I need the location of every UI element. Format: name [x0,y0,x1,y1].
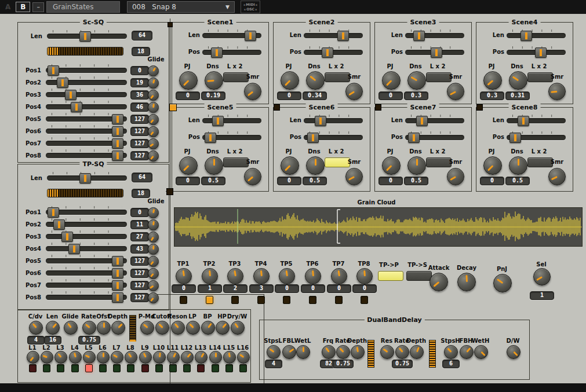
scene5-pos-slider-handle[interactable] [205,133,216,143]
tp-sq-pos8-glide-knob[interactable] [148,292,159,303]
dry-w-knob[interactable] [231,321,245,335]
sc-sq-pos3-slider-handle[interactable] [65,90,77,100]
tp4-knob[interactable] [253,268,270,284]
grain-cloud-waveform[interactable] [174,207,583,247]
l3-knob[interactable] [54,351,67,364]
cutoff-knob[interactable] [155,321,169,335]
scene2-pj-knob[interactable] [281,71,299,90]
decay-knob[interactable] [457,273,476,291]
scene7-pj-knob[interactable] [382,156,401,175]
tp-sq-stripe-value[interactable]: 18 [132,189,150,198]
tp-sq-pos3-glide-knob[interactable] [148,232,159,243]
tp-sq-pos5-value[interactable]: 127 [130,257,149,266]
scene7-pos-slider-handle[interactable] [408,133,420,143]
scene8-pj-knob[interactable] [483,156,502,175]
tp-sq-pos8-slider-handle[interactable] [112,292,123,303]
sc-sq-pos4-slider[interactable] [46,102,127,111]
tp5-value[interactable]: 0 [275,284,299,293]
delay-1-frq-knob[interactable] [322,345,336,359]
scene1-smr-knob[interactable] [244,83,261,100]
scene6-dns-knob[interactable] [306,156,325,175]
scene7-len-slider-handle[interactable] [416,116,428,126]
delay-1-value[interactable]: 0.75 [333,360,354,368]
scene8-pos-slider-handle[interactable] [509,133,521,143]
scene4-dns-knob[interactable] [509,71,527,90]
sc-sq-pos5-glide-knob[interactable] [148,114,159,125]
scene3-len-slider-handle[interactable] [413,31,425,41]
scene5-pj-value[interactable]: 0 [176,177,200,185]
delay-4-d-w-knob[interactable] [507,345,521,359]
scene4-pj-knob[interactable] [483,71,502,90]
scene1-dns-knob[interactable] [205,71,223,90]
delay-3-stpsh-knob[interactable] [444,345,458,359]
scene7-dns-knob[interactable] [407,156,426,175]
scene8-smr-knob[interactable] [548,168,566,185]
sc-sq-pos8-slider-handle[interactable] [112,151,123,161]
sc-sq-pos3-glide-knob[interactable] [148,90,159,101]
reson-knob[interactable] [171,321,185,335]
l10-knob[interactable] [153,351,166,364]
sc-sq-pos2-value[interactable]: 19 [130,78,149,87]
ofst-knob[interactable] [97,321,111,335]
scene4-pos-slider-handle[interactable] [535,47,547,58]
scene3-pos-slider-handle[interactable] [431,47,442,58]
c-dv-value[interactable]: 4 [27,336,45,345]
tp2-value[interactable]: 1 [198,284,222,293]
scene1-pj-value[interactable]: 0 [176,91,200,100]
tp6-value[interactable]: 0 [301,284,325,293]
glide-knob[interactable] [64,321,78,335]
l14-knob[interactable] [209,351,222,364]
scene5-smr-knob[interactable] [244,168,261,185]
tp-sq-pos4-slider[interactable] [46,244,127,253]
len-knob[interactable] [46,321,60,335]
sc-sq-pos6-glide-knob[interactable] [148,126,159,137]
scene3-pj-value[interactable]: 0 [378,91,403,100]
l6-knob[interactable] [97,351,110,364]
scene5-select-node[interactable] [169,104,177,111]
scene5-dns-knob[interactable] [205,156,223,175]
tp-sq-stripe-bar[interactable] [47,189,123,197]
scene2-pos-slider-handle[interactable] [322,47,333,58]
scene7-select-node[interactable] [375,104,381,111]
sc-sq-pos7-slider-handle[interactable] [112,138,123,149]
delay-1-depth-knob[interactable] [351,345,365,359]
scene2-dns-value[interactable]: 0.34 [303,91,327,100]
scene4-len-slider-handle[interactable] [521,31,532,41]
scene3-dns-knob[interactable] [407,71,426,90]
scene8-len-slider[interactable] [507,116,566,125]
l7-knob[interactable] [111,351,123,364]
scene7-dns-value[interactable]: 0.5 [404,177,428,185]
scene5-len-slider[interactable] [202,116,261,125]
ab-button-b[interactable]: B [16,2,30,12]
tp-sq-pos5-glide-knob[interactable] [148,256,159,267]
tp1-value[interactable]: 0 [172,284,196,293]
scene5-len-slider-handle[interactable] [212,116,224,126]
scene6-smr-knob[interactable] [345,168,363,185]
scene8-len-slider-handle[interactable] [518,116,529,126]
tp-sq-pos7-glide-knob[interactable] [148,280,159,291]
tp-sq-pos8-slider[interactable] [46,292,127,302]
scene3-pos-slider[interactable] [405,47,464,57]
sc-sq-pos1-glide-knob[interactable] [148,65,159,76]
scene2-len-slider[interactable] [304,31,363,40]
sc-sq-pos1-slider-handle[interactable] [48,65,59,76]
l5-knob[interactable] [83,351,96,364]
scene8-select-node[interactable] [476,104,483,111]
tp-sq-pos7-value[interactable]: 127 [130,281,149,290]
bp-knob[interactable] [201,321,215,335]
l8-knob[interactable] [125,351,137,364]
scene6-len-slider-handle[interactable] [315,116,326,126]
tp3-value[interactable]: 2 [223,284,247,293]
sc-sq-pos2-glide-knob[interactable] [148,78,159,89]
sc-sq-pos5-slider-handle[interactable] [112,114,123,124]
sc-sq-pos3-slider[interactable] [46,90,127,99]
delay-3-fbh-knob[interactable] [460,345,474,359]
lp-knob[interactable] [186,321,200,335]
pnj-knob[interactable] [493,274,512,292]
delay-0-fbl-knob[interactable] [282,345,296,359]
sel-value[interactable]: 1 [530,291,554,300]
tp4-value[interactable]: 3 [249,284,274,293]
sc-sq-pos1-slider[interactable] [46,65,127,75]
tp-sq-len-slider[interactable] [47,173,127,182]
sc-sq-pos7-value[interactable]: 127 [130,139,149,148]
